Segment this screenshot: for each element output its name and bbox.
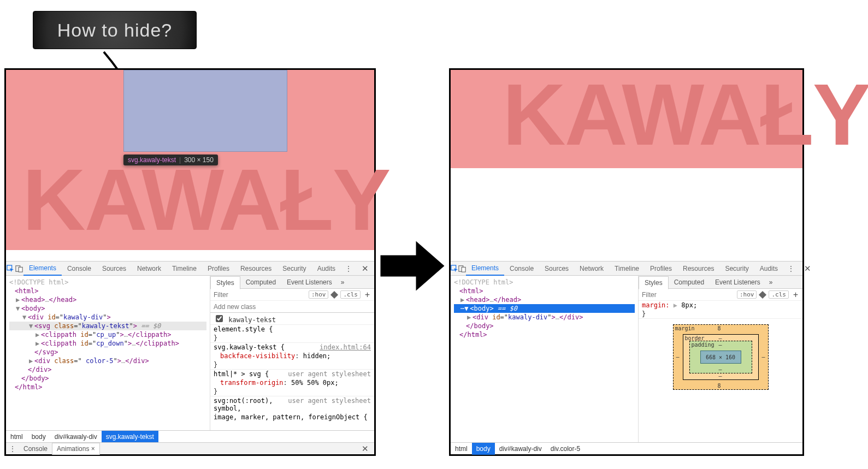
tab-elements[interactable]: Elements xyxy=(466,262,504,276)
tab-security[interactable]: Security xyxy=(277,262,311,276)
rule-selector[interactable]: image, marker, pattern, foreignObject { xyxy=(210,413,374,421)
subtab-computed[interactable]: Computed xyxy=(669,276,710,289)
rule-close: } xyxy=(210,360,374,370)
dom-line[interactable]: </body> xyxy=(454,322,635,330)
tab-network[interactable]: Network xyxy=(574,262,609,276)
tab-console[interactable]: Console xyxy=(62,262,97,276)
rule-prop-line[interactable]: backface-visibility: hidden; xyxy=(210,352,374,360)
tab-sources[interactable]: Sources xyxy=(539,262,574,276)
dom-line[interactable]: ▼<div id="kawaly-div"> xyxy=(9,313,206,322)
tab-elements[interactable]: Elements xyxy=(23,262,62,276)
expand-tri-icon[interactable]: ▶ xyxy=(674,301,677,309)
diamond-icon[interactable] xyxy=(330,290,338,298)
device-icon[interactable] xyxy=(458,262,466,276)
rule-line[interactable]: margin: ▶ 8px; xyxy=(639,301,802,310)
tab-resources[interactable]: Resources xyxy=(677,262,719,276)
tab-console[interactable]: Console xyxy=(504,262,539,276)
rule-selector[interactable]: user agent stylesheethtml|* > svg { xyxy=(210,370,374,378)
dom-line[interactable]: </html> xyxy=(9,383,206,391)
drawer-close-button[interactable]: ✕ xyxy=(356,444,374,454)
inspect-icon[interactable] xyxy=(6,262,15,276)
subtab-event-listeners[interactable]: Event Listeners xyxy=(710,276,766,289)
new-rule-button[interactable]: + xyxy=(791,290,800,300)
device-icon[interactable] xyxy=(15,262,23,276)
dom-line[interactable]: <html> xyxy=(9,287,206,295)
new-rule-button[interactable]: + xyxy=(363,290,372,300)
cls-button[interactable]: .cls xyxy=(340,290,361,299)
dom-line[interactable]: ▶<div class=" color-5">…</div> xyxy=(9,357,206,365)
subtab-computed[interactable]: Computed xyxy=(240,276,281,289)
dom-tree[interactable]: <!DOCTYPE html> <html>▶<head>…</head>▼<b… xyxy=(6,276,210,430)
crumb-svg-kawaly-tekst[interactable]: svg.kawaly-tekst xyxy=(102,431,158,443)
dom-line[interactable]: ▶<clippath id="cp_down">…</clippath> xyxy=(9,339,206,348)
dom-line[interactable]: ▼<svg class="kawaly-tekst"> == $0 xyxy=(9,322,206,330)
filter-input[interactable] xyxy=(641,290,735,299)
class-input[interactable] xyxy=(212,302,372,311)
drawer-tab-animations[interactable]: Animations × xyxy=(52,443,100,455)
dom-line[interactable]: ▶<head>…</head> xyxy=(454,295,635,304)
class-input-row xyxy=(210,301,374,313)
drawer-tab-console[interactable]: Console xyxy=(19,443,52,455)
tab-network[interactable]: Network xyxy=(132,262,167,276)
crumb-html[interactable]: html xyxy=(451,443,472,455)
tab-timeline[interactable]: Timeline xyxy=(609,262,645,276)
tab-profiles[interactable]: Profiles xyxy=(202,262,235,276)
tab-sources[interactable]: Sources xyxy=(97,262,132,276)
rule-prop-line[interactable]: transform-origin: 50% 50% 0px; xyxy=(210,378,374,387)
hov-button[interactable]: :hov xyxy=(309,290,329,299)
more-icon[interactable]: ⋮ xyxy=(783,265,799,272)
dom-line[interactable]: ▶<clippath id="cp_up">…</clippath> xyxy=(9,330,206,339)
subtab-styles[interactable]: Styles xyxy=(639,276,669,289)
rules-pane[interactable]: margin: ▶ 8px; } 668 × 160 xyxy=(639,301,802,442)
rule-selector[interactable]: user agent stylesheetsvg:not(:root), sym… xyxy=(210,396,374,413)
crumb-body[interactable]: body xyxy=(472,443,495,455)
crumb-div-color-5[interactable]: div.color-5 xyxy=(546,443,584,455)
crumb-div-kawaly-div[interactable]: div#kawaly-div xyxy=(50,431,102,443)
dom-line[interactable]: ▶<head>…</head> xyxy=(9,295,206,304)
dom-line[interactable]: </html> xyxy=(454,330,635,339)
tab-security[interactable]: Security xyxy=(719,262,754,276)
rule-selector[interactable]: element.style { xyxy=(210,325,374,334)
dom-line[interactable]: ▼<body> xyxy=(9,304,206,313)
rules-pane[interactable]: element.style {}index.html:64svg.kawaly-… xyxy=(210,325,374,430)
inspect-icon[interactable] xyxy=(451,262,458,276)
dom-line[interactable]: ▶<div id="kawaly-div">…</div> xyxy=(454,313,635,322)
svg-rect-5 xyxy=(462,267,465,272)
dom-tree[interactable]: <!DOCTYPE html> <html>▶<head>…</head>⋯▼<… xyxy=(451,276,639,442)
close-devtools-button[interactable]: ✕ xyxy=(799,264,817,274)
rule-selector[interactable]: index.html:64svg.kawaly-tekst { xyxy=(210,343,374,352)
tooltip-dimensions: 300 × 150 xyxy=(184,156,214,164)
class-name: kawaly-tekst xyxy=(228,316,276,324)
dom-line[interactable]: </body> xyxy=(9,374,206,383)
devtools-body: <!DOCTYPE html> <html>▶<head>…</head>▼<b… xyxy=(6,276,374,430)
filter-input[interactable] xyxy=(212,290,306,299)
dom-line[interactable]: <html> xyxy=(454,287,635,295)
drawer-more-icon[interactable]: ⋮ xyxy=(6,445,19,453)
more-icon[interactable]: ⋮ xyxy=(341,265,356,272)
diamond-icon[interactable] xyxy=(759,290,766,298)
filter-row: :hov .cls + xyxy=(639,289,802,301)
crumb-html[interactable]: html xyxy=(6,431,27,443)
tab-profiles[interactable]: Profiles xyxy=(645,262,677,276)
cls-button[interactable]: .cls xyxy=(769,290,789,299)
subtab-more-icon[interactable]: » xyxy=(338,276,348,289)
devtools-tabs: ElementsConsoleSourcesNetworkTimelinePro… xyxy=(6,262,374,276)
bm-dash: – xyxy=(719,335,722,341)
dom-line[interactable]: </div> xyxy=(9,365,206,374)
callout-text: How to hide? xyxy=(57,20,172,41)
tab-audits[interactable]: Audits xyxy=(754,262,783,276)
tab-resources[interactable]: Resources xyxy=(235,262,277,276)
subtab-event-listeners[interactable]: Event Listeners xyxy=(281,276,338,289)
close-devtools-button[interactable]: ✕ xyxy=(356,264,374,274)
tab-timeline[interactable]: Timeline xyxy=(167,262,202,276)
subtab-styles[interactable]: Styles xyxy=(210,276,240,289)
bm-content-text: 668 × 160 xyxy=(706,354,735,360)
dom-line[interactable]: </svg> xyxy=(9,348,206,357)
tab-audits[interactable]: Audits xyxy=(312,262,341,276)
subtab-more-icon[interactable]: » xyxy=(766,276,776,289)
dom-line[interactable]: ⋯▼<body> == $0 xyxy=(454,304,635,313)
class-checkbox[interactable] xyxy=(216,315,223,322)
hov-button[interactable]: :hov xyxy=(737,290,757,299)
crumb-div-kawaly-div[interactable]: div#kawaly-div xyxy=(495,443,546,455)
crumb-body[interactable]: body xyxy=(27,431,50,443)
